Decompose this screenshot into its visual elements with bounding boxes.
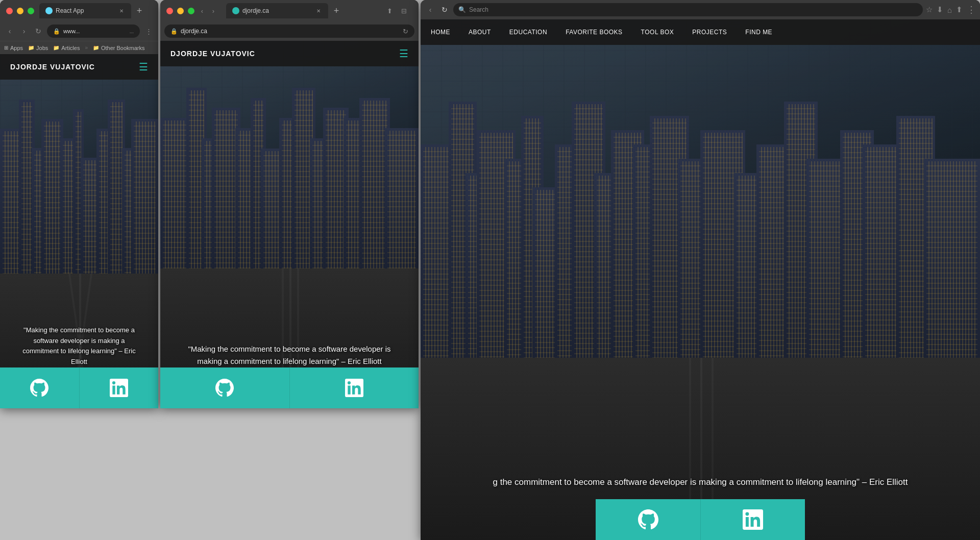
tab-title: React App [56, 7, 115, 14]
folder-icon: 📁 [28, 45, 34, 51]
search-bar-row-3: ‹ ↻ 🔍 Search ☆ ⬇ ⌂ ⬆ ⋮ [421, 0, 980, 19]
tab-favicon [45, 7, 53, 14]
browser-window-1: React App ✕ + ‹ › ↻ 🔒 www... ... ⋮ ⊞ App… [0, 0, 158, 408]
bookmarks-separator: » [85, 45, 88, 51]
nav-education[interactable]: EDUCATION [500, 19, 556, 45]
minimize-button-2[interactable] [177, 8, 184, 14]
title-bar-1: React App ✕ + [0, 0, 158, 21]
desktop-nav: HOME ABOUT EDUCATION FAVORITE BOOKS TOOL… [421, 19, 980, 45]
nav-favorite-books[interactable]: FAVORITE BOOKS [556, 19, 631, 45]
bookmarks-other[interactable]: 📁 Other Bookmarks [93, 45, 145, 51]
social-buttons-1 [0, 367, 158, 408]
linkedin-button-3[interactable] [700, 499, 805, 540]
url-text: www... [63, 28, 125, 34]
window-controls-1 [6, 8, 34, 14]
nav-find-me[interactable]: FIND ME [736, 19, 781, 45]
site-header-2: DJORDJE VUJATOVIC ☰ [160, 41, 419, 66]
bookmarks-bar: ⊞ Apps 📁 Jobs 📁 Articles » 📁 Other Bookm… [0, 41, 158, 54]
url-suffix: ... [130, 29, 134, 34]
linkedin-button-2[interactable] [290, 367, 419, 408]
github-button-1[interactable] [0, 367, 80, 408]
refresh-button[interactable]: ↻ [33, 26, 44, 37]
quote-text-1: "Making the commitment to become a softw… [15, 325, 143, 367]
address-field[interactable]: 🔒 www... ... [47, 24, 140, 38]
linkedin-button-1[interactable] [80, 367, 159, 408]
quote-overlay-1: "Making the commitment to become a softw… [0, 325, 158, 367]
nav-tool-box[interactable]: TOOL BOX [632, 19, 683, 45]
site-content-2: DJORDJE VUJATOVIC ☰ "Making the commitme… [160, 41, 419, 408]
linkedin-icon-2 [345, 379, 363, 397]
address-bar-row-2: 🔒 djordje.ca ↻ [160, 21, 419, 41]
github-icon-2 [215, 379, 234, 397]
home-icon[interactable]: ⌂ [947, 6, 952, 14]
bookmark-other-label: Other Bookmarks [101, 45, 145, 51]
site-content-1: DJORDJE VUJATOVIC ☰ "Making the commitme… [0, 54, 158, 408]
refresh-button-3[interactable]: ↻ [439, 4, 450, 15]
folder-icon-2: 📁 [53, 45, 59, 51]
quote-text-3-partial: g the commitment to become a software de… [483, 475, 918, 489]
search-icon-3: 🔍 [458, 6, 466, 13]
hamburger-menu-button[interactable]: ☰ [139, 61, 148, 73]
bookmarks-articles[interactable]: 📁 Articles [53, 45, 80, 51]
url-text-2: djordje.ca [181, 28, 400, 35]
hamburger-menu-button-2[interactable]: ☰ [399, 47, 408, 60]
reader-button-2[interactable]: ⊟ [398, 5, 409, 16]
tab-bar-2: djordje.ca ✕ + [226, 3, 379, 18]
github-button-3[interactable] [596, 499, 700, 540]
browser-window-2: ‹ › djordje.ca ✕ + ⬆ ⊟ 🔒 djordje.ca ↻ [160, 0, 419, 408]
tab-close-button-2[interactable]: ✕ [315, 7, 322, 14]
new-tab-button-2[interactable]: + [330, 5, 342, 17]
tab-bar: React App ✕ + [39, 3, 147, 18]
lock-icon: 🔒 [53, 28, 60, 35]
address-field-2[interactable]: 🔒 djordje.ca ↻ [164, 24, 414, 38]
forward-button[interactable]: › [18, 26, 30, 37]
quote-text-2: "Making the commitment to become a softw… [176, 343, 403, 367]
nav-projects[interactable]: PROJECTS [683, 19, 736, 45]
github-icon-3 [638, 509, 658, 530]
active-tab-2[interactable]: djordje.ca ✕ [226, 3, 328, 18]
search-field-3[interactable]: 🔍 Search [453, 3, 923, 16]
toolbar-icons-3: ☆ ⬇ ⌂ ⬆ ⋮ [926, 4, 976, 15]
forward-button-2[interactable]: › [209, 6, 218, 15]
download-icon[interactable]: ⬇ [937, 5, 943, 14]
linkedin-icon-3 [743, 509, 763, 530]
window-controls-2 [166, 8, 194, 14]
linkedin-icon-1 [110, 379, 128, 397]
back-button-3[interactable]: ‹ [425, 4, 436, 15]
browser-window-3: ‹ ↻ 🔍 Search ☆ ⬇ ⌂ ⬆ ⋮ [421, 0, 980, 540]
nav-about[interactable]: ABOUT [459, 19, 500, 45]
extensions-icon[interactable]: ⋮ [143, 26, 154, 37]
buildings-layer-2 [160, 78, 419, 280]
buildings-layer-3 [421, 87, 980, 374]
minimize-button[interactable] [17, 8, 23, 14]
maximize-button[interactable] [28, 8, 34, 14]
refresh-icon-2: ↻ [403, 28, 408, 35]
apps-grid-icon: ⊞ [4, 45, 8, 51]
toolbar-right: ⋮ [143, 26, 154, 37]
new-tab-button[interactable]: + [133, 5, 145, 17]
share-icon-3[interactable]: ⬆ [956, 5, 963, 14]
github-icon-1 [30, 379, 48, 397]
bookmark-jobs-label: Jobs [36, 45, 48, 51]
social-buttons-3 [596, 499, 805, 540]
menu-icon-3[interactable]: ⋮ [967, 4, 976, 15]
share-button-2[interactable]: ⬆ [384, 5, 395, 16]
tab-favicon-2 [232, 7, 239, 14]
close-button-2[interactable] [166, 8, 173, 14]
site-content-3: HOME ABOUT EDUCATION FAVORITE BOOKS TOOL… [421, 19, 980, 540]
bookmarks-jobs[interactable]: 📁 Jobs [28, 45, 48, 51]
quote-overlay-3: g the commitment to become a software de… [421, 475, 980, 489]
bookmark-star-icon[interactable]: ☆ [926, 5, 933, 14]
back-button[interactable]: ‹ [4, 26, 15, 37]
nav-home[interactable]: HOME [431, 19, 459, 45]
close-button[interactable] [6, 8, 13, 14]
site-header-1: DJORDJE VUJATOVIC ☰ [0, 54, 158, 80]
github-button-2[interactable] [160, 367, 290, 408]
back-button-2[interactable]: ‹ [198, 6, 207, 15]
active-tab[interactable]: React App ✕ [39, 3, 131, 18]
maximize-button-2[interactable] [188, 8, 194, 14]
bookmark-apps-label: Apps [10, 45, 23, 51]
tab-close-button[interactable]: ✕ [118, 7, 125, 14]
bookmarks-apps[interactable]: ⊞ Apps [4, 45, 23, 51]
bookmark-articles-label: Articles [61, 45, 80, 51]
